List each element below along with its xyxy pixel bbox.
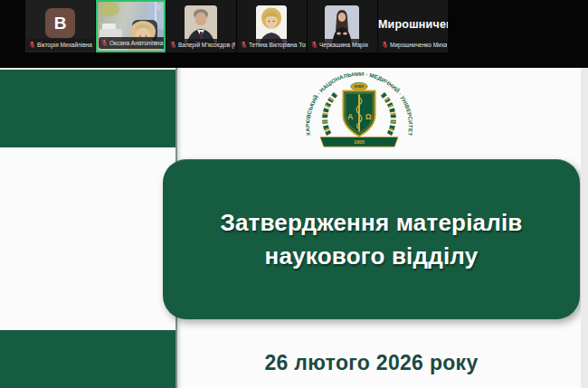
slide-title-line2: наукового відділу <box>265 240 479 273</box>
participant-name: Тетяна Вікторівна Том… <box>249 42 306 48</box>
name-pill: Вікторія Михайлівна З… <box>26 39 94 51</box>
emblem-cartouche-text: ХНМУ <box>354 84 365 89</box>
emblem-omega: Ω <box>365 112 372 121</box>
participant-strip: В Вікторія Михайлівна З… <box>0 0 588 68</box>
emblem-alpha: Α <box>347 112 354 121</box>
slide-green-block-top-left <box>0 70 175 147</box>
name-pill: Тетяна Вікторівна Том… <box>238 39 306 51</box>
name-pill: Мирошниченко Миха… <box>379 39 447 51</box>
participant-tile-myroshnychenko[interactable]: Мирошниченк… Мирошниченко Миха… <box>378 0 448 52</box>
avatar: В <box>45 8 75 38</box>
university-emblem: ХАРКІВСЬКИЙ · НАЦІОНАЛЬНИЙ · МЕДИЧНИЙ · … <box>305 72 413 156</box>
slide-date: 26 лютого 2026 року <box>163 351 580 375</box>
participant-name: Черкашина Марія <box>319 42 368 48</box>
participant-name: Мирошниченко Миха… <box>390 42 447 48</box>
mic-muted-icon <box>29 41 35 49</box>
pin-indicator-icon <box>155 5 161 10</box>
avatar-initial: В <box>54 14 67 33</box>
mic-muted-icon <box>241 41 247 49</box>
mic-muted-icon <box>101 39 108 47</box>
participant-name: Валерій М'ясоєдов (Р… <box>178 42 235 48</box>
slide-title-box: Затвердження матеріалів наукового відділ… <box>163 159 580 319</box>
shared-screen-slide: ХАРКІВСЬКИЙ · НАЦІОНАЛЬНИЙ · МЕДИЧНИЙ · … <box>0 68 581 388</box>
mic-muted-icon <box>382 41 388 49</box>
display-name: Мирошниченк… <box>378 18 448 31</box>
participant-tile-cherkashyna[interactable]: Черкашина Марія <box>308 0 377 52</box>
mic-muted-icon <box>311 41 318 49</box>
participant-name: Вікторія Михайлівна З… <box>37 42 94 48</box>
emblem-banner-year: 1805 <box>354 139 365 145</box>
participant-name: Оксана Анатоліївна Нако… <box>109 40 166 46</box>
meeting-window: В Вікторія Михайлівна З… <box>0 0 588 388</box>
name-pill: Черкашина Марія <box>308 39 371 51</box>
slide-title-line1: Затвердження матеріалів <box>220 206 522 240</box>
slide-green-block-bottom-left <box>0 330 175 388</box>
participant-tile-viktoriia[interactable]: В Вікторія Михайлівна З… <box>25 0 95 52</box>
app-background-edge <box>581 68 588 388</box>
participant-tile-valerii[interactable]: Валерій М'ясоєдов (Р… <box>166 0 236 52</box>
participant-tile-oksana-active-speaker[interactable]: Оксана Анатоліївна Нако… <box>96 0 166 52</box>
name-pill: Оксана Анатоліївна Нако… <box>99 37 166 49</box>
name-pill: Валерій М'ясоєдов (Р… <box>167 39 235 51</box>
participant-tile-tetiana[interactable]: Тетяна Вікторівна Том… <box>237 0 307 52</box>
mic-muted-icon <box>170 41 176 49</box>
